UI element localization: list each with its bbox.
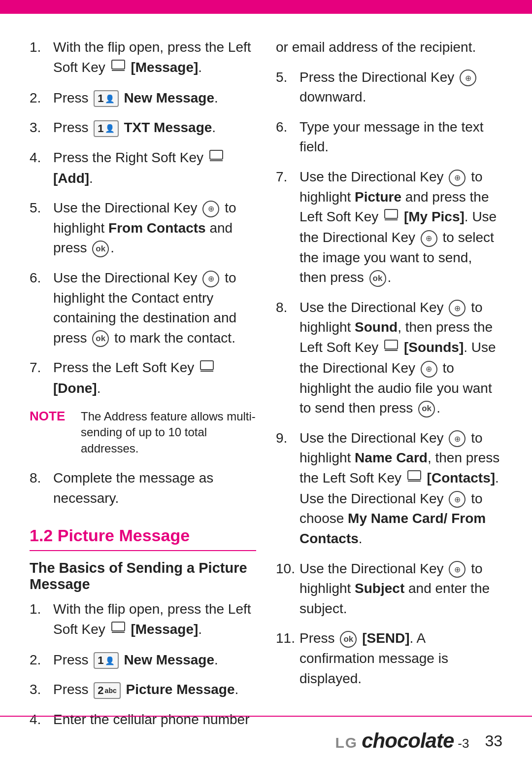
ok-icon: ok xyxy=(92,241,109,257)
ok-icon: ok xyxy=(340,631,357,648)
soft-key-right-icon xyxy=(209,148,223,169)
list-item: 11. Press ok [SEND]. A confirmation mess… xyxy=(276,628,502,689)
directional-icon: ⊕ xyxy=(421,230,437,247)
list-item: 6. Use the Directional Key ⊕ to highligh… xyxy=(30,268,256,348)
directional-icon: ⊕ xyxy=(449,430,466,447)
step-text: Press 1 👤 New Message. xyxy=(53,650,218,670)
svg-rect-2 xyxy=(210,150,223,159)
note-label: NOTE xyxy=(30,409,74,424)
step-number: 4. xyxy=(30,148,53,168)
note-block: NOTE The Address feature allows multi-se… xyxy=(30,409,256,456)
soft-key-icon xyxy=(111,58,125,78)
picture-steps-list: 1. With the flip open, press the Left So… xyxy=(30,599,256,730)
step-text: Complete the message as necessary. xyxy=(53,468,256,508)
step-number: 5. xyxy=(276,68,299,88)
list-item: 7. Use the Directional Key ⊕ to highligh… xyxy=(276,167,502,288)
footer: LG chocolate-3 33 xyxy=(0,716,532,765)
left-column: 1. With the flip open, press the Left So… xyxy=(30,37,256,739)
step-text: Use the Directional Key ⊕ to highlight S… xyxy=(299,298,502,418)
step-number: 9. xyxy=(276,428,299,449)
svg-rect-0 xyxy=(112,60,125,69)
svg-rect-6 xyxy=(112,622,125,631)
directional-icon: ⊕ xyxy=(449,561,466,578)
left-steps-list-2: 8. Complete the message as necessary. xyxy=(30,468,256,508)
list-item: 9. Use the Directional Key ⊕ to highligh… xyxy=(276,428,502,549)
list-item: 3. Press 1 👤 TXT Message. xyxy=(30,118,256,138)
ok-icon: ok xyxy=(418,401,435,417)
step-number: 7. xyxy=(30,358,53,378)
soft-key-icon xyxy=(384,338,398,358)
intro-text: or email address of the recipient. xyxy=(276,37,502,58)
step-number: 6. xyxy=(276,117,299,138)
step-number: 8. xyxy=(30,468,53,488)
list-item: 6. Type your message in the text field. xyxy=(276,117,502,157)
brand-sup: -3 xyxy=(458,736,469,751)
brand: LG chocolate-3 xyxy=(335,729,469,753)
right-steps-list: 5. Press the Directional Key ⊕ downward.… xyxy=(276,68,502,689)
step-text: With the flip open, press the Left Soft … xyxy=(53,599,256,640)
right-column: or email address of the recipient. 5. Pr… xyxy=(276,37,502,739)
svg-rect-12 xyxy=(408,471,421,480)
list-item: 7. Press the Left Soft Key [Done]. xyxy=(30,358,256,399)
lg-logo: LG xyxy=(335,734,358,751)
soft-key-icon xyxy=(384,208,398,228)
step-text: Press the Directional Key ⊕ downward. xyxy=(299,68,502,107)
step-text: Press the Left Soft Key [Done]. xyxy=(53,358,256,399)
list-item: 1. With the flip open, press the Left So… xyxy=(30,37,256,78)
ok-icon: ok xyxy=(92,330,109,347)
step-number: 5. xyxy=(30,198,53,218)
step-number: 1. xyxy=(30,599,53,620)
step-text: Use the Directional Key ⊕ to highlight t… xyxy=(53,268,256,348)
svg-rect-8 xyxy=(385,209,398,218)
step-number: 1. xyxy=(30,37,53,58)
step-text: Press 1 👤 TXT Message. xyxy=(53,118,216,138)
step-number: 6. xyxy=(30,268,53,288)
section-heading: 1.2 Picture Message xyxy=(30,526,256,545)
step-text: Press ok [SEND]. A confirmation message … xyxy=(299,628,502,689)
step-text: Use the Directional Key ⊕ to highlight F… xyxy=(53,198,256,258)
key-icon: 1 👤 xyxy=(94,120,118,137)
key-icon: 1 👤 xyxy=(94,90,118,107)
step-number: 8. xyxy=(276,298,299,318)
directional-icon: ⊕ xyxy=(202,271,219,287)
step-text: Use the Directional Key ⊕ to highlight P… xyxy=(299,167,502,288)
step-number: 7. xyxy=(276,167,299,187)
directional-icon: ⊕ xyxy=(449,300,466,316)
step-number: 10. xyxy=(276,559,299,579)
directional-icon: ⊕ xyxy=(449,491,466,508)
step-text: Press 2abc Picture Message. xyxy=(53,680,238,700)
directional-icon: ⊕ xyxy=(460,70,476,86)
list-item: 2. Press 1 👤 New Message. xyxy=(30,650,256,670)
list-item: 3. Press 2abc Picture Message. xyxy=(30,680,256,700)
key-icon: 1 👤 xyxy=(94,652,118,669)
directional-icon: ⊕ xyxy=(449,170,466,186)
step-text: Press 1 👤 New Message. xyxy=(53,88,218,108)
list-item: 10. Use the Directional Key ⊕ to highlig… xyxy=(276,559,502,619)
soft-key-icon xyxy=(407,469,421,489)
note-text: The Address feature allows multi-sending… xyxy=(81,409,256,456)
step-number: 2. xyxy=(30,650,53,670)
list-item: 5. Use the Directional Key ⊕ to highligh… xyxy=(30,198,256,258)
list-item: 8. Complete the message as necessary. xyxy=(30,468,256,508)
brand-name: chocolate xyxy=(362,729,454,753)
soft-key-icon xyxy=(200,359,214,379)
sub-heading: The Basics of Sending a Picture Message xyxy=(30,560,256,592)
divider xyxy=(30,550,256,551)
step-number: 2. xyxy=(30,88,53,108)
left-steps-list: 1. With the flip open, press the Left So… xyxy=(30,37,256,399)
step-text: Press the Right Soft Key [Add]. xyxy=(53,148,256,189)
page-number: 33 xyxy=(485,732,502,750)
list-item: 2. Press 1 👤 New Message. xyxy=(30,88,256,108)
soft-key-icon xyxy=(111,620,125,640)
step-number: 11. xyxy=(276,628,299,649)
directional-icon: ⊕ xyxy=(202,201,219,217)
step-text: Use the Directional Key ⊕ to highlight N… xyxy=(299,428,502,549)
key-icon-2: 2abc xyxy=(94,682,120,699)
list-item: 5. Press the Directional Key ⊕ downward. xyxy=(276,68,502,107)
list-item: 1. With the flip open, press the Left So… xyxy=(30,599,256,640)
svg-rect-4 xyxy=(200,361,213,370)
step-text: Type your message in the text field. xyxy=(299,117,502,157)
list-item: 8. Use the Directional Key ⊕ to highligh… xyxy=(276,298,502,418)
step-text: Use the Directional Key ⊕ to highlight S… xyxy=(299,559,502,619)
list-item: 4. Press the Right Soft Key [Add]. xyxy=(30,148,256,189)
